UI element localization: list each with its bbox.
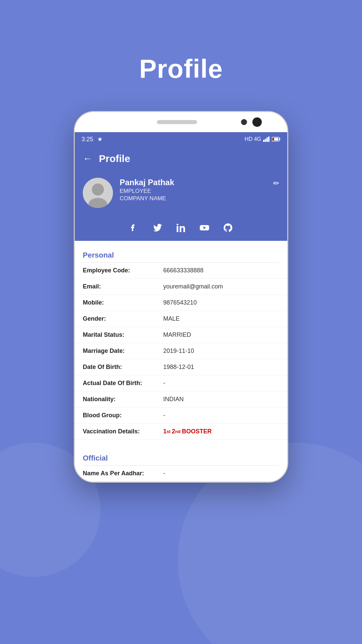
app-header-title: Profile	[99, 153, 130, 164]
linkedin-icon[interactable]	[175, 221, 187, 234]
social-icons-bar	[75, 216, 287, 241]
svg-rect-1	[265, 139, 266, 142]
vaccination-label: Vaccination Details:	[83, 428, 163, 435]
personal-section-header: Personal	[75, 244, 287, 262]
email-label: Email:	[83, 283, 163, 290]
gender-value: MALE	[163, 315, 279, 322]
official-section-header: Official	[75, 447, 287, 465]
vax-2nd-num: 2	[172, 428, 175, 435]
marital-status-label: Marital Status:	[83, 331, 163, 338]
back-button[interactable]: ←	[83, 153, 92, 164]
nationality-value: INDIAN	[163, 396, 279, 403]
profile-card: Pankaj Pathak EMPLOYEE COMPANY NAME ✏	[75, 171, 287, 216]
status-right: HD 4G	[245, 136, 281, 142]
email-row: Email: youremail@gmail.com	[75, 279, 287, 295]
gender-label: Gender:	[83, 315, 163, 322]
personal-section: Personal Employee Code: 666633338888 Ema…	[75, 241, 287, 443]
github-icon[interactable]	[222, 221, 234, 234]
svg-point-9	[92, 183, 104, 196]
email-value: youremail@gmail.com	[163, 283, 279, 290]
marriage-date-label: Marriage Date:	[83, 347, 163, 355]
vax-booster-text: BOOSTER	[182, 428, 212, 435]
marriage-date-value: 2019-11-10	[163, 347, 279, 355]
status-left: 3:25 ★	[81, 136, 103, 143]
phone-camera	[252, 117, 262, 127]
phone-sensor	[241, 119, 247, 125]
profile-company: COMPANY NAME	[120, 195, 279, 202]
dob-row: Date Of Birth: 1988-12-01	[75, 359, 287, 375]
status-time: 3:25	[81, 136, 93, 143]
nationality-label: Nationality:	[83, 396, 163, 403]
aadhar-name-label: Name As Per Aadhar:	[83, 470, 163, 477]
vaccination-row: Vaccination Details: 1st 2nd BOOSTER	[75, 424, 287, 440]
phone-bezel	[75, 112, 287, 132]
signal-icon	[263, 137, 270, 142]
actual-dob-value: -	[163, 380, 279, 387]
marital-status-value: MARRIED	[163, 331, 279, 338]
avatar-image	[83, 178, 113, 208]
profile-role: EMPLOYEE	[120, 188, 279, 195]
mobile-label: Mobile:	[83, 299, 163, 306]
svg-rect-7	[273, 138, 274, 141]
phone-speaker	[157, 120, 197, 124]
marriage-date-row: Marriage Date: 2019-11-10	[75, 343, 287, 359]
svg-rect-0	[263, 140, 264, 142]
page-title: Profile	[139, 54, 223, 84]
status-bar: 3:25 ★ HD 4G	[75, 132, 287, 146]
svg-rect-5	[279, 138, 280, 140]
aadhar-name-row: Name As Per Aadhar: -	[75, 466, 287, 482]
blood-group-value: -	[163, 412, 279, 419]
svg-point-13	[177, 224, 178, 225]
gender-row: Gender: MALE	[75, 311, 287, 327]
vax-2nd-sup: nd	[175, 429, 181, 434]
svg-rect-12	[177, 226, 178, 232]
network-indicator: HD 4G	[245, 136, 261, 142]
battery-icon	[272, 137, 281, 142]
vaccination-value: 1st 2nd BOOSTER	[163, 428, 279, 435]
profile-info: Pankaj Pathak EMPLOYEE COMPANY NAME	[120, 178, 279, 202]
employee-code-row: Employee Code: 666633338888	[75, 263, 287, 279]
official-section: Official Name As Per Aadhar: -	[75, 447, 287, 482]
marital-status-row: Marital Status: MARRIED	[75, 327, 287, 343]
blood-group-row: Blood Group: -	[75, 408, 287, 424]
vax-1st-sup: st	[167, 429, 171, 434]
nationality-row: Nationality: INDIAN	[75, 391, 287, 408]
aadhar-name-value: -	[163, 470, 279, 477]
blood-group-label: Blood Group:	[83, 412, 163, 419]
youtube-icon[interactable]	[198, 221, 211, 234]
edit-button[interactable]: ✏	[273, 179, 279, 188]
mobile-value: 9876543210	[163, 299, 279, 306]
app-header: ← Profile	[75, 146, 287, 171]
dob-value: 1988-12-01	[163, 364, 279, 371]
svg-rect-3	[268, 137, 269, 142]
vax-1st-num: 1	[163, 428, 167, 435]
employee-code-label: Employee Code:	[83, 267, 163, 274]
twitter-icon[interactable]	[151, 221, 164, 234]
profile-name: Pankaj Pathak	[120, 178, 279, 187]
svg-rect-2	[266, 138, 268, 142]
mobile-row: Mobile: 9876543210	[75, 295, 287, 311]
avatar	[83, 178, 113, 208]
star-icon: ★	[97, 136, 103, 143]
actual-dob-label: Actual Date Of Birth:	[83, 380, 163, 387]
employee-code-value: 666633338888	[163, 267, 279, 274]
phone-mockup: 3:25 ★ HD 4G ← Profile	[74, 111, 288, 483]
dob-label: Date Of Birth:	[83, 364, 163, 371]
actual-dob-row: Actual Date Of Birth: -	[75, 375, 287, 391]
facebook-icon[interactable]	[128, 221, 140, 234]
